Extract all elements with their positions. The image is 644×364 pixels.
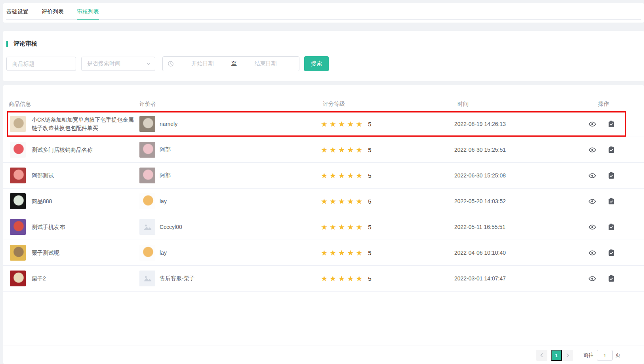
table-row: 栗子2 售后客服-栗子 ★★★★★ 5 2022-03-01 14:07:47 — [3, 266, 644, 292]
clock-icon — [168, 61, 174, 67]
product-title: 阿部测试 — [32, 172, 54, 180]
audit-button[interactable] — [608, 146, 615, 153]
section-accent-bar — [6, 41, 8, 47]
star-icon: ★ — [356, 274, 364, 283]
column-header: 时间 — [454, 101, 586, 108]
column-header: 评价者 — [139, 101, 320, 108]
reviewer-avatar-no-image-placeholder — [139, 271, 155, 286]
product-image-phone-promo-photo — [10, 219, 26, 235]
column-header: 商品信息 — [3, 101, 139, 108]
rating-value: 5 — [368, 172, 371, 179]
image-placeholder-icon — [143, 223, 152, 231]
search-panel: 评论审核 是否搜索时间 开始日期 至 结束日期 搜索 — [3, 31, 644, 81]
rating-value: 5 — [368, 121, 371, 128]
reviewer-name: Ccccyl00 — [160, 224, 182, 230]
pagination: 1 前往 页 — [536, 350, 621, 361]
audit-button[interactable] — [608, 249, 615, 256]
table-header-row: 商品信息评价者评分等级时间操作 — [3, 97, 644, 111]
tab-item[interactable]: 基础设置 — [6, 3, 29, 19]
view-button[interactable] — [589, 275, 596, 282]
product-title: 小CK链条加粗加宽单肩腋下包手提包金属链子改造替换包包配件单买 — [32, 116, 138, 132]
star-icon: ★ — [356, 172, 364, 180]
reviewer-name: 售后客服-栗子 — [160, 275, 195, 282]
reviewer-name: 阿部 — [160, 146, 171, 153]
rating-value: 5 — [368, 224, 371, 231]
reviewer-avatar-pink-bunny-cartoon — [139, 142, 155, 158]
date-range-picker[interactable]: 开始日期 至 结束日期 — [162, 56, 299, 71]
select-placeholder: 是否搜索时间 — [87, 60, 120, 67]
chevron-down-icon — [146, 61, 151, 66]
star-icon: ★ — [330, 274, 338, 283]
view-button[interactable] — [589, 146, 596, 154]
table-row: 测试多门店核销商品名称 阿部 ★★★★★ 5 2022-06-30 15:25:… — [3, 137, 644, 163]
date-separator: 至 — [231, 60, 237, 67]
star-icon: ★ — [338, 146, 347, 154]
audit-button[interactable] — [608, 172, 615, 179]
clipboard-check-icon — [608, 223, 615, 231]
reviewer-name: lay — [160, 250, 167, 256]
star-icon: ★ — [321, 146, 330, 154]
audit-button[interactable] — [608, 120, 615, 128]
eye-icon — [589, 198, 596, 205]
time-search-select[interactable]: 是否搜索时间 — [81, 57, 155, 71]
product-title: 栗子测试呢 — [32, 249, 59, 257]
review-time: 2022-06-30 15:25:51 — [454, 147, 506, 153]
star-icon: ★ — [356, 120, 364, 128]
star-icon: ★ — [330, 120, 338, 128]
view-button[interactable] — [589, 249, 596, 257]
review-time: 2022-03-01 14:07:47 — [454, 275, 506, 282]
product-image-cartoon-girl-red-outfit — [10, 142, 26, 158]
star-icon: ★ — [330, 223, 338, 231]
review-time: 2022-05-11 16:55:51 — [454, 224, 505, 230]
star-icon: ★ — [330, 146, 338, 154]
rating-value: 5 — [368, 250, 371, 256]
next-page-button[interactable] — [562, 350, 573, 361]
view-button[interactable] — [589, 198, 596, 205]
table-row: 栗子测试呢 lay ★★★★★ 5 2022-04-06 10:10:40 — [3, 240, 644, 266]
star-icon: ★ — [347, 274, 356, 283]
star-icon: ★ — [321, 172, 330, 180]
star-icon: ★ — [347, 172, 356, 180]
eye-icon — [589, 275, 596, 282]
clipboard-check-icon — [608, 172, 615, 179]
star-icon: ★ — [321, 120, 330, 128]
star-rating: ★★★★★ — [321, 223, 364, 231]
star-icon: ★ — [338, 172, 347, 180]
arrow-right-icon — [566, 353, 570, 358]
search-button[interactable]: 搜索 — [304, 56, 329, 71]
view-button[interactable] — [589, 120, 596, 128]
view-button[interactable] — [589, 223, 596, 231]
goto-label: 前往 — [583, 352, 594, 359]
arrow-left-icon — [540, 353, 544, 358]
reviewer-name: lay — [160, 198, 167, 204]
star-rating: ★★★★★ — [321, 198, 364, 205]
star-icon: ★ — [321, 223, 330, 231]
product-title: 测试手机发布 — [32, 223, 65, 231]
rating-value: 5 — [368, 147, 371, 153]
page-number-button[interactable]: 1 — [551, 350, 562, 361]
audit-button[interactable] — [608, 223, 615, 231]
table-row: 商品888 lay ★★★★★ 5 2022-05-20 14:03:52 — [3, 189, 644, 214]
star-icon: ★ — [321, 249, 330, 257]
eye-icon — [589, 146, 596, 154]
product-title-input[interactable] — [6, 57, 76, 71]
star-icon: ★ — [347, 197, 356, 206]
product-title: 栗子2 — [32, 274, 46, 283]
audit-button[interactable] — [608, 275, 615, 282]
star-icon: ★ — [321, 197, 330, 206]
reviewer-avatar-hamster-cartoon — [139, 245, 155, 261]
clipboard-check-icon — [608, 198, 615, 205]
view-button[interactable] — [589, 172, 596, 179]
product-image-sand-chestnut-photo — [10, 245, 26, 261]
column-header: 评分等级 — [320, 101, 454, 108]
rating-value: 5 — [368, 275, 371, 282]
review-time: 2022-08-19 14:26:13 — [454, 121, 506, 127]
audit-button[interactable] — [608, 198, 615, 205]
product-image-red-bottle-photo — [10, 271, 26, 286]
page-input[interactable] — [597, 350, 613, 361]
tab-item[interactable]: 评价列表 — [42, 3, 64, 19]
tab-item[interactable]: 审核列表 — [77, 3, 99, 20]
star-icon: ★ — [356, 197, 364, 206]
star-icon: ★ — [347, 249, 356, 257]
prev-page-button[interactable] — [536, 350, 547, 361]
